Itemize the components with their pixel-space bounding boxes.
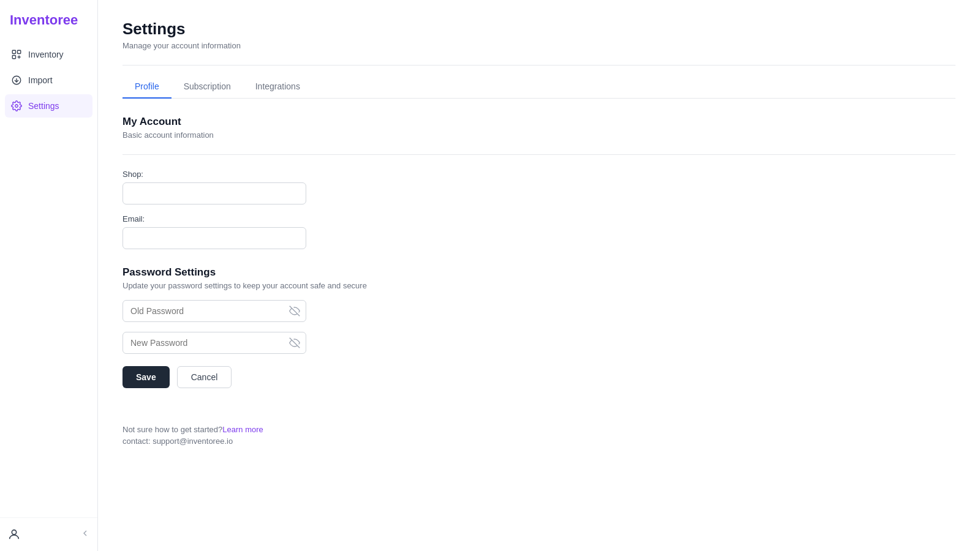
learn-more-link[interactable]: Learn more — [222, 425, 263, 434]
sidebar-item-inventory[interactable]: Inventory — [5, 43, 92, 66]
tab-profile[interactable]: Profile — [123, 75, 172, 99]
new-password-wrapper — [123, 332, 306, 354]
eye-off-icon — [289, 305, 300, 317]
sidebar-item-import[interactable]: Import — [5, 69, 92, 92]
old-password-wrapper — [123, 300, 306, 322]
sidebar-item-settings[interactable]: Settings — [5, 94, 92, 118]
password-settings-title: Password Settings — [123, 266, 956, 279]
settings-tabs: Profile Subscription Integrations — [123, 75, 956, 99]
save-button[interactable]: Save — [123, 366, 170, 388]
old-password-group — [123, 300, 956, 322]
inventory-icon — [11, 49, 22, 60]
tab-subscription[interactable]: Subscription — [172, 75, 243, 99]
my-account-section: My Account Basic account information Sho… — [123, 116, 956, 249]
old-password-input[interactable] — [123, 300, 306, 322]
eye-off-icon-new — [289, 337, 300, 348]
svg-point-8 — [12, 530, 16, 534]
shop-field-group: Shop: — [123, 170, 956, 204]
new-password-input[interactable] — [123, 332, 306, 354]
svg-rect-1 — [18, 50, 21, 53]
toggle-new-password-button[interactable] — [289, 337, 300, 348]
page-title: Settings — [123, 20, 956, 39]
sidebar: Inventoree Inventory Import — [0, 0, 98, 551]
sidebar-item-label-import: Import — [28, 75, 53, 85]
sidebar-nav: Inventory Import Settings — [0, 43, 97, 517]
header-divider — [123, 65, 956, 66]
new-password-group — [123, 332, 956, 354]
footer-help-text: Not sure how to get started?Learn more — [123, 425, 956, 434]
sidebar-collapse-button[interactable] — [80, 528, 90, 541]
user-icon — [7, 528, 21, 541]
import-icon — [11, 75, 22, 86]
shop-input[interactable] — [123, 182, 306, 204]
user-account-icon[interactable] — [7, 528, 21, 541]
my-account-subtitle: Basic account information — [123, 130, 956, 140]
form-actions: Save Cancel — [123, 366, 956, 388]
cancel-button[interactable]: Cancel — [177, 366, 232, 388]
email-label: Email: — [123, 214, 956, 223]
settings-icon — [11, 100, 22, 111]
footer-contact: contact: support@inventoree.io — [123, 437, 956, 446]
svg-point-7 — [15, 105, 18, 108]
password-settings-section: Password Settings Update your password s… — [123, 266, 956, 388]
svg-rect-2 — [12, 56, 15, 59]
email-field-group: Email: — [123, 214, 956, 249]
password-settings-subtitle: Update your password settings to keep yo… — [123, 281, 956, 290]
tab-integrations[interactable]: Integrations — [243, 75, 312, 99]
svg-rect-0 — [12, 50, 15, 53]
chevron-left-icon — [80, 528, 90, 538]
page-header: Settings Manage your account information — [123, 20, 956, 50]
shop-label: Shop: — [123, 170, 956, 179]
sidebar-item-label-inventory: Inventory — [28, 50, 64, 59]
main-content: Settings Manage your account information… — [98, 0, 980, 551]
toggle-old-password-button[interactable] — [289, 305, 300, 317]
footer-help: Not sure how to get started?Learn more c… — [123, 425, 956, 446]
sidebar-bottom — [0, 517, 97, 551]
email-input[interactable] — [123, 227, 306, 249]
app-logo[interactable]: Inventoree — [0, 0, 97, 43]
my-account-title: My Account — [123, 116, 956, 128]
page-subtitle: Manage your account information — [123, 41, 956, 50]
sidebar-item-label-settings: Settings — [28, 101, 59, 111]
account-divider — [123, 154, 956, 155]
